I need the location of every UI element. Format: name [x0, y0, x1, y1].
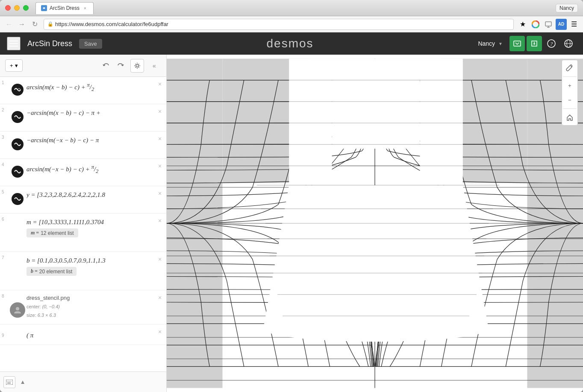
expr-content-7[interactable]: b = [0.1,0.3,0.5,0.7,0.9,1.1,1.3 b = 20 …	[26, 252, 166, 290]
expr-delete-7[interactable]: ×	[156, 255, 164, 263]
colorpicker-icon[interactable]	[530, 19, 541, 30]
home-button[interactable]	[563, 111, 577, 124]
svg-point-14	[136, 64, 138, 67]
expr-icon-2[interactable]	[9, 104, 26, 131]
extension-icon[interactable]: AD	[556, 19, 567, 30]
menu-icon[interactable]: ☰	[568, 19, 580, 30]
svg-rect-16	[6, 380, 13, 385]
expr-delete-1[interactable]: ×	[156, 80, 164, 88]
maximize-button[interactable]	[23, 5, 29, 11]
expr-number-8: 8	[0, 290, 9, 324]
help-button[interactable]: ?	[544, 36, 559, 51]
image-properties: center: (0, −0.4) size: 6.3 × 6.3	[26, 303, 165, 320]
add-dropdown-icon: ▾	[15, 62, 18, 69]
undo-redo-controls	[100, 59, 127, 72]
graph-area[interactable]: + −	[167, 55, 583, 392]
zoom-in-button[interactable]: +	[563, 79, 577, 92]
svg-rect-48	[332, 59, 420, 149]
expr-number-9: 9	[0, 331, 9, 338]
app-header: ArcSin Dress Save desmos Nancy ▼ ?	[0, 32, 583, 55]
badge-var-6: m =	[31, 230, 39, 236]
expr-content-4[interactable]: arcsin(m(−x − b) − c) + π/2	[26, 159, 166, 186]
expression-row-5: 5 y = [3.2,3,2.8,2.6,2.4,2.2,2,1.8 ×	[0, 186, 166, 214]
expr-delete-2[interactable]: ×	[156, 108, 164, 115]
expr-formula-9: ( π	[26, 332, 165, 339]
expr-icon-5[interactable]	[9, 186, 26, 213]
zoom-out-button[interactable]: −	[563, 93, 577, 107]
minimize-button[interactable]	[14, 5, 20, 11]
image-center: (0, −0.4)	[42, 304, 60, 309]
expr-formula-2: −arcsin(m(x − b) − c) − π +	[26, 109, 165, 117]
browser-window: ArcSin Dress × Nancy ← → ↻ 🔒 https://www…	[0, 0, 583, 392]
export-button[interactable]	[527, 36, 542, 51]
expr-content-2[interactable]: −arcsin(m(x − b) − c) − π +	[26, 104, 166, 131]
expr-content-1[interactable]: arcsin(m(x − b) − c) + π/2	[26, 77, 166, 104]
expr-delete-3[interactable]: ×	[156, 135, 164, 143]
title-bar: ArcSin Dress × Nancy	[0, 0, 583, 16]
expr-content-6[interactable]: m = [10,3.3333,1.1111,0.3704 m = 12 elem…	[26, 214, 166, 252]
svg-text:?: ?	[550, 41, 553, 47]
expr-formula-5: y = [3.2,3,2.8,2.6,2.4,2.2,2,1.8	[26, 191, 165, 199]
user-caret-icon: ▼	[498, 41, 503, 46]
expand-button[interactable]: ▲	[18, 377, 27, 387]
tab-close-button[interactable]: ×	[82, 5, 88, 11]
expr-icon-4[interactable]	[9, 159, 26, 186]
expr-formula-7: b = [0.1,0.3,0.5,0.7,0.9,1.1,1.3	[26, 257, 165, 264]
app-title: ArcSin Dress	[27, 39, 72, 48]
screen-share-icon[interactable]	[543, 19, 554, 30]
expression-row-2: 2 −arcsin(m(x − b) − c) − π + ×	[0, 104, 166, 132]
share-button[interactable]	[509, 36, 525, 51]
expr-icon-7	[9, 252, 26, 290]
expr-icon-3[interactable]	[9, 132, 26, 158]
svg-rect-7	[514, 41, 521, 46]
expr-formula-1: arcsin(m(x − b) − c) + π/2	[26, 82, 165, 93]
url-bar[interactable]: 🔒 https://www.desmos.com/calculator/fe6u…	[44, 19, 514, 30]
expr-delete-5[interactable]: ×	[156, 190, 164, 197]
add-expression-button[interactable]: + ▾	[5, 59, 23, 72]
svg-rect-46	[289, 59, 332, 185]
expr-number-1: 1	[0, 77, 9, 104]
expr-icon-6	[9, 214, 26, 252]
url-text: https://www.desmos.com/calculator/fe6udp…	[55, 21, 168, 27]
expression-row-4: 4 arcsin(m(−x − b) − c) + π/2 ×	[0, 159, 166, 186]
settings-button[interactable]	[130, 59, 144, 73]
expr-content-9[interactable]: ( π	[26, 327, 166, 342]
expression-row-1: 1 arcsin(m(x − b) − c) + π/2 ×	[0, 77, 166, 104]
image-filename: dress_stencil.png	[26, 295, 165, 301]
keyboard-toggle-button[interactable]	[3, 376, 15, 388]
expr-delete-6[interactable]: ×	[156, 217, 164, 225]
badge-var-7: b =	[31, 268, 38, 275]
browser-tab[interactable]: ArcSin Dress ×	[35, 2, 94, 14]
expr-delete-8[interactable]: ×	[156, 294, 164, 301]
expr-icon-1[interactable]	[9, 77, 26, 104]
expr-badge-6: m = 12 element list	[26, 228, 78, 237]
expr-badge-7: b = 20 element list	[26, 267, 77, 276]
bookmark-icon[interactable]: ★	[517, 19, 528, 30]
back-button[interactable]: ←	[3, 19, 15, 30]
close-button[interactable]	[5, 5, 11, 11]
hamburger-button[interactable]	[7, 37, 21, 50]
redo-button[interactable]	[114, 59, 127, 72]
reload-button[interactable]: ↻	[29, 19, 40, 30]
svg-point-15	[16, 307, 19, 310]
expr-content-8[interactable]: dress_stencil.png center: (0, −0.4) size…	[26, 290, 166, 324]
globe-button[interactable]	[561, 36, 576, 51]
user-menu[interactable]: Nancy ▼	[478, 40, 503, 47]
save-button[interactable]: Save	[79, 39, 102, 49]
forward-button[interactable]: →	[16, 19, 27, 30]
expr-content-3[interactable]: −arcsin(m(−x − b) − c) − π	[26, 132, 166, 158]
undo-button[interactable]	[100, 59, 112, 72]
badge-text-6: 12 element list	[41, 230, 74, 236]
collapse-panel-button[interactable]: «	[147, 59, 161, 73]
expr-number-7: 7	[0, 252, 9, 290]
user-name: Nancy	[478, 40, 495, 47]
expr-delete-4[interactable]: ×	[156, 162, 164, 170]
expr-delete-9[interactable]: ×	[156, 328, 164, 336]
badge-text-7: 20 element list	[39, 269, 72, 275]
expr-content-5[interactable]: y = [3.2,3,2.8,2.6,2.4,2.2,2,1.8	[26, 186, 166, 213]
expr-icon-circle-2	[12, 111, 24, 123]
expression-row-7: 7 b = [0.1,0.3,0.5,0.7,0.9,1.1,1.3 b = 2…	[0, 252, 166, 290]
expr-icon-circle-4	[12, 166, 24, 178]
tab-favicon	[41, 5, 47, 11]
wrench-tool-button[interactable]	[563, 61, 577, 75]
